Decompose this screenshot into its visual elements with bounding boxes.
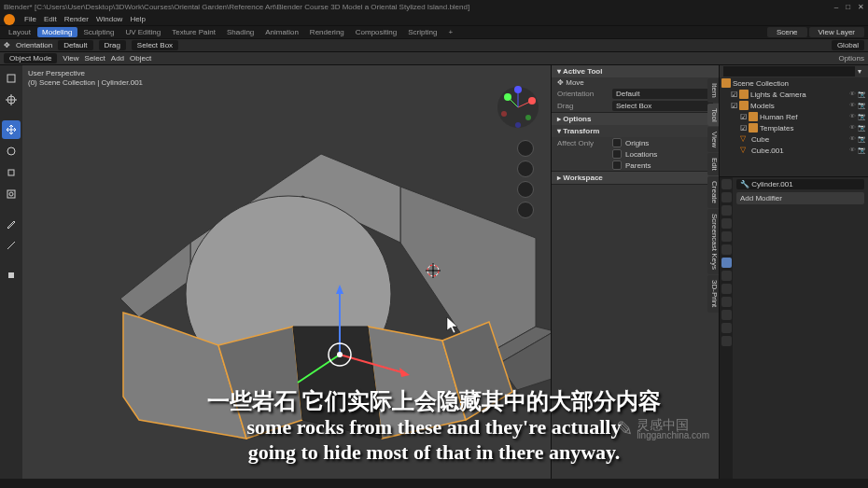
menu-window[interactable]: Window: [96, 15, 122, 23]
viewport-3d[interactable]: User Perspective (0) Scene Collection | …: [22, 65, 551, 479]
outliner-search[interactable]: [723, 66, 855, 77]
header-view[interactable]: View: [63, 54, 78, 63]
orientation-label: Orientation: [16, 41, 52, 49]
npanel-parents-checkbox[interactable]: [612, 160, 622, 170]
ntab-item[interactable]: Item: [707, 78, 719, 103]
tab-scripting[interactable]: Scripting: [403, 27, 441, 37]
npanel-move-label: ✥ Move: [557, 78, 584, 87]
prop-tab-constraints[interactable]: [721, 297, 732, 307]
tab-animation[interactable]: Animation: [260, 27, 303, 37]
tab-rendering[interactable]: Rendering: [305, 27, 349, 37]
menu-edit[interactable]: Edit: [44, 15, 57, 23]
tab-compositing[interactable]: Compositing: [351, 27, 401, 37]
prop-tab-viewlayer[interactable]: [721, 205, 732, 216]
orientation-dropdown[interactable]: Default: [58, 40, 92, 50]
tab-modeling[interactable]: Modeling: [37, 27, 77, 37]
outliner-obj-cube001[interactable]: Cube.001👁📷: [720, 145, 868, 156]
menu-render[interactable]: Render: [64, 15, 89, 23]
close-icon[interactable]: ✕: [858, 3, 864, 11]
prop-tab-object[interactable]: [721, 244, 732, 255]
tab-uv-editing[interactable]: UV Editing: [120, 27, 165, 37]
scene-selector[interactable]: Scene: [767, 27, 807, 37]
npanel-active-tool-header[interactable]: ▾ Active Tool: [552, 65, 719, 77]
prop-tab-texture[interactable]: [721, 336, 732, 346]
tab-texture-paint[interactable]: Texture Paint: [167, 27, 220, 37]
ntab-view[interactable]: View: [707, 127, 719, 152]
prop-tab-scene[interactable]: [721, 218, 732, 229]
window-title: Blender* [C:\Users\User\Desktop\3DWork\C…: [4, 3, 834, 11]
menu-file[interactable]: File: [24, 15, 36, 23]
outliner-coll-models[interactable]: ☑ Models👁📷: [720, 100, 868, 111]
npanel-locations-checkbox[interactable]: [612, 149, 622, 159]
header-object[interactable]: Object: [130, 54, 151, 63]
outliner-coll-humanref[interactable]: ☑ Human Ref👁📷: [720, 111, 868, 122]
n-panel-tabs: Item Tool View Edit Create Screencast Ke…: [707, 78, 719, 314]
npanel-drag-value[interactable]: Select Box: [612, 101, 713, 111]
outliner-coll-lights[interactable]: ☑ Lights & Camera👁📷: [720, 89, 868, 100]
header-add[interactable]: Add: [111, 54, 124, 63]
npanel-affect-only-label: Affect Only: [557, 139, 609, 147]
prop-tab-physics[interactable]: [721, 284, 732, 294]
select-mode-dropdown[interactable]: Select Box: [132, 40, 178, 50]
prop-tab-data[interactable]: [721, 310, 732, 320]
outliner-filter-icon[interactable]: ▾: [855, 67, 864, 76]
properties-panel: 🔧 Cylinder.001 Add Modifier: [720, 177, 868, 479]
npanel-origins-checkbox[interactable]: [612, 138, 622, 147]
tab-sculpting[interactable]: Sculpting: [79, 27, 119, 37]
tool-annotate[interactable]: [2, 215, 21, 233]
pan-icon[interactable]: [517, 160, 534, 177]
drag-dropdown[interactable]: Drag: [99, 40, 126, 50]
prop-tab-world[interactable]: [721, 231, 732, 242]
menu-help[interactable]: Help: [130, 15, 145, 23]
outliner-coll-templates[interactable]: ☑ Templates👁📷: [720, 122, 868, 133]
zoom-icon[interactable]: [517, 140, 534, 157]
camera-view-icon[interactable]: [517, 181, 534, 198]
tool-transform[interactable]: [2, 185, 21, 203]
prop-tab-render[interactable]: [721, 179, 732, 189]
svg-rect-6: [7, 190, 15, 198]
svg-point-4: [7, 147, 15, 155]
npanel-orientation-value[interactable]: Default: [612, 89, 713, 99]
outliner-scene-collection[interactable]: Scene Collection: [720, 77, 868, 89]
ntab-tool[interactable]: Tool: [707, 104, 719, 127]
npanel-workspace-header[interactable]: ▸ Workspace: [552, 172, 719, 184]
maximize-icon[interactable]: □: [846, 3, 850, 11]
prop-tab-particles[interactable]: [721, 271, 732, 281]
npanel-transform-header[interactable]: ▾ Transform: [552, 125, 719, 137]
outliner-obj-cube[interactable]: Cube👁📷: [720, 133, 868, 145]
tool-move[interactable]: [2, 120, 21, 139]
main-area: User Perspective (0) Scene Collection | …: [0, 65, 868, 479]
minimize-icon[interactable]: –: [834, 3, 838, 11]
tab-layout[interactable]: Layout: [4, 27, 35, 37]
tab-shading[interactable]: Shading: [222, 27, 259, 37]
tool-add-cube[interactable]: [2, 266, 21, 285]
ntab-screencast[interactable]: Screencast Keys: [707, 209, 719, 274]
tool-rotate[interactable]: [2, 142, 21, 160]
tool-cursor[interactable]: [2, 91, 21, 109]
view-layer-selector[interactable]: View Layer: [809, 27, 864, 37]
mode-dropdown[interactable]: Object Mode: [4, 53, 57, 63]
nav-gizmo[interactable]: [495, 84, 541, 131]
svg-rect-5: [8, 170, 14, 175]
prop-tab-material[interactable]: [721, 323, 732, 333]
tool-scale[interactable]: [2, 163, 21, 182]
tool-measure[interactable]: [2, 236, 21, 255]
add-modifier-button[interactable]: Add Modifier: [736, 192, 864, 204]
persp-ortho-icon[interactable]: [517, 202, 534, 218]
tool-select-box[interactable]: [2, 69, 21, 88]
n-panel: ▾ Active Tool ✥ Move OrientationDefault …: [551, 65, 719, 479]
transform-orientation[interactable]: Global: [832, 40, 864, 50]
npanel-options-header[interactable]: ▸ Options: [552, 113, 719, 125]
viewport-header: Object Mode View Select Add Object Optio…: [0, 52, 868, 65]
ntab-create[interactable]: Create: [707, 176, 719, 208]
svg-point-7: [9, 192, 13, 196]
ntab-3dprint[interactable]: 3D-Print: [707, 275, 719, 312]
properties-tabs: [720, 177, 733, 479]
ntab-edit[interactable]: Edit: [707, 153, 719, 175]
prop-tab-output[interactable]: [721, 192, 732, 202]
header-select[interactable]: Select: [85, 54, 105, 63]
header-options[interactable]: Options: [838, 54, 864, 63]
prop-tab-modifiers[interactable]: [721, 258, 732, 268]
tab-add[interactable]: +: [443, 27, 457, 37]
blender-logo-icon[interactable]: [4, 14, 15, 25]
